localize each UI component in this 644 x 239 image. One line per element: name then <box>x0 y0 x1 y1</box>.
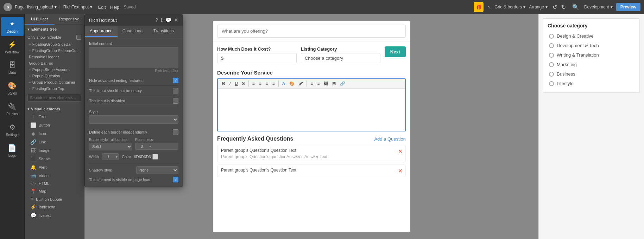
category-option-design[interactable]: Design & Creative <box>548 31 635 41</box>
element-dropdown-icon[interactable]: ▾ <box>90 5 92 9</box>
underline-button[interactable]: U <box>233 80 239 87</box>
help-circle-icon[interactable]: ? <box>155 17 158 23</box>
next-button[interactable]: Next <box>385 46 406 57</box>
preview-button[interactable]: Preview <box>616 3 640 11</box>
category-option-lifestyle[interactable]: Lifestyle <box>548 79 635 88</box>
visual-item-icon[interactable]: ◆ Icon <box>25 129 84 138</box>
rewards-icon-button[interactable]: 🎁 <box>474 2 484 12</box>
settings-nav-item[interactable]: ⚙ Settings <box>1 120 24 140</box>
styles-nav-item[interactable]: 🎨 Styles <box>1 79 24 98</box>
disabled-checkbox[interactable] <box>173 98 178 104</box>
roundness-input[interactable] <box>135 143 148 149</box>
tree-item-floating-top[interactable]: + FloatingGroup Top <box>25 85 84 92</box>
category-select[interactable]: Choose a category <box>301 53 380 63</box>
align-justify-button[interactable]: ≡ <box>271 80 276 87</box>
tree-item-reusable-header[interactable]: Reusable Header <box>25 54 84 60</box>
category-option-dev[interactable]: Development & Tech <box>548 41 635 50</box>
rte-content[interactable] <box>218 89 405 131</box>
color-display[interactable]: #D6D6D6 <box>134 154 158 160</box>
category-option-business[interactable]: Business <box>548 69 635 79</box>
visual-item-livetext[interactable]: 💬 livetext <box>25 211 84 220</box>
tree-item-group-product[interactable]: + Group Product Container <box>25 79 84 85</box>
offer-input[interactable] <box>217 25 406 38</box>
element-selector[interactable]: RichTextInput ▾ <box>59 5 93 9</box>
tree-item-floating-sidebarout[interactable]: + FloatingGroup SidebarOut... <box>25 47 84 54</box>
align-center-button[interactable]: ≡ <box>258 80 263 87</box>
grid-borders-dropdown[interactable]: Grid & borders ▾ <box>494 5 525 9</box>
italic-button[interactable]: I <box>228 80 232 87</box>
strikethrough-button[interactable]: S <box>241 80 246 87</box>
faq-item-2-delete[interactable]: ✕ <box>398 168 403 174</box>
edit-link[interactable]: Edit <box>98 5 106 10</box>
align-right-button[interactable]: ≡ <box>264 80 270 87</box>
page-selector[interactable]: Page: listing_upload ▾ <box>15 5 57 9</box>
visual-item-ionic-icon[interactable]: ⚡ Ionic Icon <box>25 203 84 211</box>
visual-elements-header[interactable]: ▾ Visual elements <box>25 105 84 112</box>
close-modal-icon[interactable]: ✕ <box>174 17 178 23</box>
visual-item-html[interactable]: </> HTML <box>25 180 84 187</box>
visual-item-button[interactable]: ⬜ Button <box>25 121 84 129</box>
redo-button[interactable]: ↻ <box>560 3 567 11</box>
search-button[interactable]: 🔍 <box>571 3 581 11</box>
rich-text-area[interactable]: B I U S ≡ ≡ ≡ ≡ A 🎨 🖊 ≡ ≡ 🖼 <box>217 78 406 131</box>
logs-nav-item[interactable]: 📄 Logs <box>1 141 24 160</box>
shadow-style-select[interactable]: None Small Medium Large <box>136 166 178 174</box>
define-border-checkbox[interactable] <box>173 129 178 135</box>
add-question-link[interactable]: Add a Question <box>374 136 406 142</box>
element-search-input[interactable] <box>27 94 81 102</box>
visual-item-image[interactable]: 🖼 Image <box>25 146 84 155</box>
list-bullet-button[interactable]: ≡ <box>309 80 314 87</box>
tree-item-group-banner[interactable]: Group Banner <box>25 60 84 66</box>
visual-item-link[interactable]: 🔗 Link <box>25 138 84 146</box>
border-width-input[interactable] <box>102 154 115 160</box>
width-arrow-icon[interactable]: ▾ <box>115 155 119 159</box>
help-link[interactable]: Help <box>110 5 120 10</box>
visual-item-video[interactable]: 📹 Video <box>25 172 84 180</box>
link-insert-button[interactable]: 🔗 <box>339 80 347 87</box>
info-circle-icon[interactable]: ℹ <box>161 17 163 23</box>
elements-tree-header[interactable]: ▾ Elements tree <box>25 25 84 33</box>
category-option-writing[interactable]: Writing & Translation <box>548 50 635 60</box>
align-left-button[interactable]: ≡ <box>251 80 256 87</box>
visual-item-alert[interactable]: 🔔 Alert <box>25 163 84 172</box>
visual-item-map[interactable]: 📍 Map <box>25 187 84 195</box>
font-color-button[interactable]: A <box>281 80 287 87</box>
tab-conditional[interactable]: Conditional <box>118 26 149 37</box>
arrange-dropdown[interactable]: Arrange ▾ <box>529 5 548 9</box>
visual-item-shape[interactable]: ⬛ Shape <box>25 155 84 163</box>
design-nav-item[interactable]: ✦ Design <box>1 17 24 36</box>
tree-item-popup-question[interactable]: + Popup Question <box>25 73 84 79</box>
hide-advanced-checkbox[interactable]: ✓ <box>173 78 178 83</box>
dev-mode-dropdown[interactable]: Development ▾ <box>584 5 613 9</box>
workflow-nav-item[interactable]: ⚡ Workflow <box>1 38 24 57</box>
color-swatch[interactable] <box>152 154 158 160</box>
highlight-button[interactable]: 🎨 <box>288 80 296 87</box>
tree-item-floating-sidebar[interactable]: + FloatingGroup SideBar <box>25 41 84 47</box>
faq-item-1-delete[interactable]: ✕ <box>398 148 403 155</box>
only-show-checkbox[interactable] <box>76 35 81 40</box>
tab-responsive[interactable]: Responsive <box>55 14 84 25</box>
visible-checkbox[interactable]: ✓ <box>173 177 178 182</box>
tab-ui-builder[interactable]: UI Builder <box>25 14 55 25</box>
category-option-marketing[interactable]: Marketing <box>548 60 635 69</box>
data-nav-item[interactable]: 🗄 Data <box>1 58 24 77</box>
image-insert-button[interactable]: 🖼 <box>322 80 329 87</box>
highlight2-button[interactable]: 🖊 <box>297 80 304 87</box>
not-empty-checkbox[interactable] <box>173 88 178 93</box>
tab-transitions[interactable]: Transitions <box>149 26 179 37</box>
roundness-arrow-icon[interactable]: ▾ <box>148 144 152 148</box>
tree-item-popup-stripe[interactable]: + Popup Stripe Account <box>25 66 84 73</box>
plugins-nav-item[interactable]: 🔌 Plugins <box>1 99 24 119</box>
visual-item-built-on-bubble[interactable]: ⚙ Built on Bubble <box>25 195 84 203</box>
visual-item-text[interactable]: T Text <box>25 112 84 121</box>
initial-content-editor[interactable] <box>89 47 178 68</box>
bold-button[interactable]: B <box>221 80 227 87</box>
page-dropdown-icon[interactable]: ▾ <box>55 5 57 9</box>
table-insert-button[interactable]: ⊞ <box>331 80 337 87</box>
tab-appearance[interactable]: Appearance <box>85 26 118 37</box>
undo-button[interactable]: ↺ <box>551 3 558 11</box>
list-number-button[interactable]: ≡ <box>316 80 321 87</box>
border-style-select[interactable]: Solid Dashed Dotted None <box>89 143 132 150</box>
style-select[interactable] <box>89 115 178 124</box>
comment-icon[interactable]: 💬 <box>165 17 171 23</box>
